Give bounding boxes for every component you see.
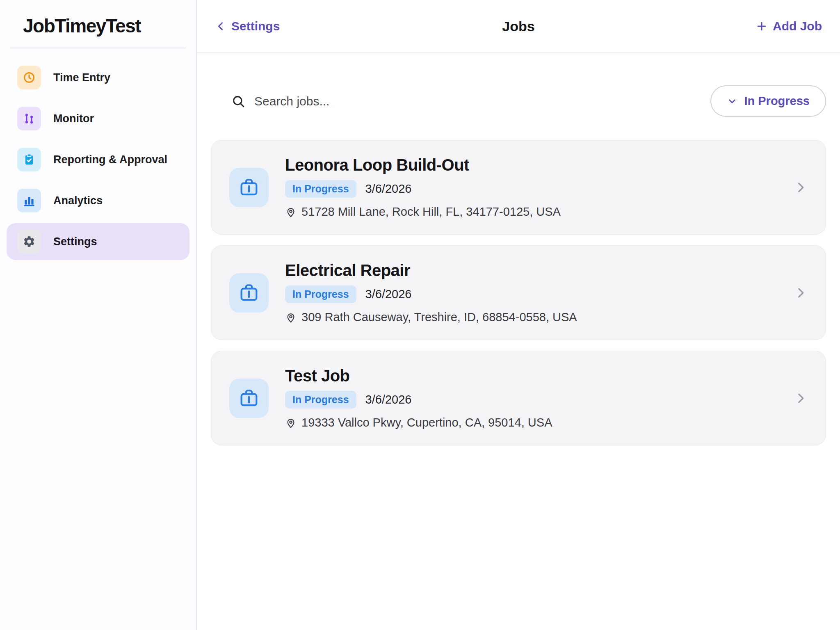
chevron-right-icon: [794, 391, 808, 405]
sidebar-item-settings[interactable]: Settings: [7, 223, 189, 260]
status-badge: In Progress: [285, 391, 356, 409]
job-date: 3/6/2026: [365, 288, 412, 301]
chevron-down-icon: [727, 96, 737, 107]
sidebar-nav: Time Entry Monitor: [0, 48, 196, 264]
add-job-label: Add Job: [773, 19, 822, 33]
chevron-right-icon: [794, 180, 808, 194]
briefcase-icon: [229, 168, 269, 207]
status-badge: In Progress: [285, 285, 356, 303]
job-card[interactable]: Test Job In Progress 3/6/2026 19333 Vall…: [211, 351, 826, 445]
briefcase-icon: [229, 379, 269, 418]
job-address: 51728 Mill Lane, Rock Hill, FL, 34177-01…: [301, 205, 561, 219]
search-input[interactable]: [254, 94, 542, 108]
job-details: Leonora Loop Build-Out In Progress 3/6/2…: [285, 156, 777, 219]
job-date: 3/6/2026: [365, 182, 412, 196]
job-card[interactable]: Electrical Repair In Progress 3/6/2026 3…: [211, 245, 826, 340]
back-button[interactable]: Settings: [215, 19, 280, 33]
sidebar-item-time-entry[interactable]: Time Entry: [7, 59, 189, 96]
main-area: Settings Jobs Add Job In Progres: [197, 0, 840, 630]
chevron-right-icon: [794, 286, 808, 300]
back-label: Settings: [231, 19, 280, 33]
job-address-row: 51728 Mill Lane, Rock Hill, FL, 34177-01…: [285, 205, 777, 219]
job-date: 3/6/2026: [365, 393, 412, 406]
job-meta: In Progress 3/6/2026: [285, 180, 777, 198]
job-title: Leonora Loop Build-Out: [285, 156, 777, 174]
sidebar-item-reporting-approval[interactable]: Reporting & Approval: [7, 141, 189, 178]
sidebar: JobTimeyTest Time Entry: [0, 0, 197, 630]
search-box[interactable]: [211, 94, 710, 108]
jobs-toolbar: In Progress: [211, 85, 826, 117]
job-address-row: 309 Rath Causeway, Treshire, ID, 68854-0…: [285, 310, 777, 324]
search-icon: [231, 94, 245, 108]
clipboard-check-icon: [17, 148, 41, 171]
jobs-content: In Progress Leonora Loop Build-Out In Pr…: [197, 53, 840, 630]
job-meta: In Progress 3/6/2026: [285, 285, 777, 303]
bar-chart-icon: [17, 189, 41, 212]
plus-icon: [756, 20, 768, 32]
status-filter-dropdown[interactable]: In Progress: [710, 85, 826, 117]
map-pin-icon: [285, 312, 297, 323]
briefcase-icon: [229, 273, 269, 313]
page-header: Settings Jobs Add Job: [197, 0, 840, 53]
sidebar-item-analytics[interactable]: Analytics: [7, 182, 189, 219]
job-details: Electrical Repair In Progress 3/6/2026 3…: [285, 261, 777, 324]
job-meta: In Progress 3/6/2026: [285, 391, 777, 409]
sidebar-item-label: Monitor: [53, 112, 94, 125]
sidebar-item-label: Time Entry: [53, 71, 110, 84]
page-title: Jobs: [502, 18, 534, 34]
sidebar-item-label: Reporting & Approval: [53, 153, 167, 166]
job-details: Test Job In Progress 3/6/2026 19333 Vall…: [285, 367, 777, 429]
clock-icon: [17, 66, 41, 89]
gear-icon: [17, 230, 41, 253]
app-title: JobTimeyTest: [0, 0, 196, 48]
job-title: Test Job: [285, 367, 777, 385]
status-filter-label: In Progress: [744, 94, 810, 108]
job-title: Electrical Repair: [285, 261, 777, 280]
map-pin-icon: [285, 206, 297, 218]
sidebar-item-label: Settings: [53, 235, 97, 248]
add-job-button[interactable]: Add Job: [756, 19, 822, 33]
status-badge: In Progress: [285, 180, 356, 198]
job-address: 309 Rath Causeway, Treshire, ID, 68854-0…: [301, 310, 577, 324]
job-address: 19333 Vallco Pkwy, Cupertino, CA, 95014,…: [301, 416, 552, 429]
job-card[interactable]: Leonora Loop Build-Out In Progress 3/6/2…: [211, 140, 826, 235]
job-address-row: 19333 Vallco Pkwy, Cupertino, CA, 95014,…: [285, 416, 777, 429]
network-dots-icon: [17, 107, 41, 130]
sidebar-item-label: Analytics: [53, 194, 103, 207]
map-pin-icon: [285, 417, 297, 429]
sidebar-item-monitor[interactable]: Monitor: [7, 100, 189, 137]
chevron-left-icon: [215, 21, 226, 32]
